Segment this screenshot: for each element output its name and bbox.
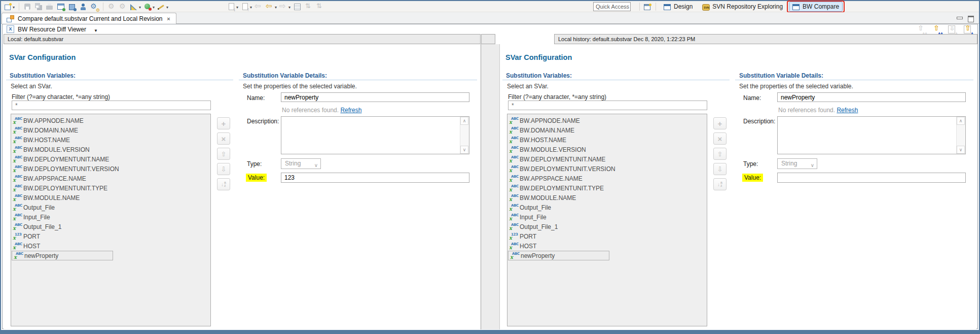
variable-item[interactable]: Output_File_1 [11, 222, 210, 231]
move-down-button[interactable] [713, 163, 727, 175]
viewer-dropdown-caret-icon[interactable] [94, 26, 98, 34]
variable-item[interactable]: Input_File [11, 212, 210, 222]
move-down-button[interactable] [217, 163, 230, 175]
back-icon[interactable] [266, 2, 277, 11]
perspective-svn-button[interactable]: SVN Repository Exploring [699, 2, 786, 12]
description-textarea[interactable] [777, 116, 966, 154]
bw-settings-icon[interactable] [90, 2, 99, 11]
dropdown-caret-icon[interactable] [250, 3, 252, 10]
variable-item[interactable]: BW.HOST.NAME [507, 135, 707, 145]
variable-item[interactable]: newProperty [508, 251, 609, 260]
print-icon[interactable] [46, 2, 54, 11]
variable-item[interactable]: BW.MODULE.NAME [11, 193, 210, 203]
dropdown-caret-icon[interactable] [236, 3, 238, 10]
bw-grid-icon[interactable] [57, 2, 65, 11]
delete-variable-button[interactable] [217, 132, 230, 145]
description-textarea[interactable] [281, 116, 469, 154]
variable-item[interactable]: PORT [507, 231, 707, 241]
variable-item[interactable]: BW.DEPLOYMENTUNIT.NAME [11, 154, 210, 164]
variable-item[interactable]: Output_File [507, 203, 707, 212]
delete-variable-button[interactable] [713, 132, 727, 145]
variable-item[interactable]: PORT [11, 231, 210, 241]
add-variable-button[interactable] [713, 117, 727, 129]
variable-item[interactable]: Input_File [507, 212, 707, 222]
tools-disabled-icon[interactable] [107, 2, 116, 11]
variable-item[interactable]: BW.DEPLOYMENTUNIT.NAME [507, 154, 707, 164]
open-perspective-button[interactable] [644, 2, 651, 11]
quick-access-input[interactable]: Quick Access [593, 2, 631, 11]
variable-item[interactable]: BW.MODULE.VERSION [507, 145, 707, 154]
variable-item[interactable]: HOST [11, 241, 210, 251]
variable-item[interactable]: BW.DEPLOYMENTUNIT.VERSION [507, 164, 707, 174]
scroll-up-icon[interactable] [957, 117, 965, 125]
scroll-down-icon[interactable] [460, 146, 468, 154]
run-icon[interactable] [143, 2, 155, 11]
previous-edit-location-icon[interactable] [315, 2, 324, 11]
variable-item[interactable]: BW.MODULE.VERSION [11, 145, 210, 154]
value-input[interactable] [281, 173, 469, 183]
scroll-up-icon[interactable] [460, 117, 468, 125]
editor-tab[interactable]: Compare default.substvar Current and Loc… [2, 13, 176, 24]
bw-module-icon[interactable] [68, 2, 77, 11]
last-edit-location-icon[interactable] [304, 2, 313, 11]
variable-item[interactable]: BW.DEPLOYMENTUNIT.VERSION [11, 164, 210, 174]
variable-item[interactable]: BW.APPSPACE.NAME [507, 174, 707, 183]
scroll-down-icon[interactable] [957, 146, 965, 154]
debug-pen-icon[interactable] [157, 2, 168, 11]
filter-input[interactable] [12, 101, 211, 110]
variable-item[interactable]: HOST [507, 241, 707, 251]
back-history-icon[interactable] [255, 2, 263, 11]
new-wizard-icon[interactable] [4, 2, 15, 11]
name-input[interactable] [777, 92, 966, 102]
minimize-icon[interactable] [957, 17, 963, 19]
maximize-icon[interactable] [968, 16, 974, 22]
variable-item[interactable]: Output_File [11, 203, 210, 212]
variable-item[interactable]: Output_File_1 [507, 222, 707, 231]
sort-variables-button[interactable]: az [713, 178, 727, 190]
pin-editor-icon[interactable] [293, 2, 302, 11]
perspective-bw-compare-button[interactable]: BW Compare [789, 2, 843, 12]
variable-item[interactable]: BW.DOMAIN.NAME [507, 125, 707, 135]
variable-item[interactable]: BW.APPNODE.NAME [11, 116, 210, 125]
forward-icon[interactable] [279, 2, 291, 11]
close-tab-icon[interactable] [165, 16, 171, 22]
design-ruler-icon[interactable] [130, 2, 141, 11]
type-select[interactable]: String [777, 158, 817, 169]
scrollbar[interactable] [460, 117, 469, 154]
refresh-link[interactable]: Refresh [340, 107, 361, 114]
variable-item[interactable]: BW.DEPLOYMENTUNIT.TYPE [11, 183, 210, 193]
filter-input[interactable] [508, 101, 707, 110]
refresh-link[interactable]: Refresh [837, 107, 858, 114]
copy-current-change-icon[interactable] [947, 25, 958, 34]
dropdown-caret-icon[interactable] [288, 3, 291, 10]
variable-item[interactable]: BW.DOMAIN.NAME [11, 125, 210, 135]
save-all-icon[interactable] [34, 2, 43, 11]
previous-annotation-icon[interactable] [241, 2, 252, 11]
variable-item[interactable]: newProperty [12, 251, 113, 260]
type-select[interactable]: String [281, 158, 321, 169]
previous-difference-icon[interactable] [962, 25, 973, 34]
name-input[interactable] [281, 92, 469, 102]
next-annotation-icon[interactable] [227, 2, 238, 11]
variable-item[interactable]: BW.HOST.NAME [11, 135, 210, 145]
next-difference-icon[interactable] [931, 25, 942, 34]
scrollbar[interactable] [956, 117, 965, 154]
variable-item[interactable]: BW.APPSPACE.NAME [11, 174, 210, 183]
move-up-button[interactable] [217, 148, 230, 160]
variable-item[interactable]: BW.APPNODE.NAME [507, 116, 707, 125]
dropdown-caret-icon[interactable] [139, 3, 141, 10]
add-variable-button[interactable] [217, 117, 230, 129]
save-icon[interactable] [23, 2, 32, 11]
move-up-button[interactable] [713, 148, 727, 160]
dropdown-caret-icon[interactable] [275, 3, 277, 10]
dropdown-caret-icon[interactable] [153, 3, 155, 10]
sort-variables-button[interactable]: az [217, 178, 230, 190]
copy-all-changes-icon[interactable] [915, 25, 926, 34]
dropdown-caret-icon[interactable] [166, 3, 168, 10]
config-disabled-icon[interactable] [119, 2, 127, 11]
dropdown-caret-icon[interactable] [13, 3, 15, 10]
perspective-design-button[interactable]: Design [660, 2, 696, 12]
variables-list[interactable]: BW.APPNODE.NAMEBW.DOMAIN.NAMEBW.HOST.NAM… [507, 114, 707, 326]
variable-item[interactable]: BW.MODULE.NAME [507, 193, 707, 203]
variable-item[interactable]: BW.DEPLOYMENTUNIT.TYPE [507, 183, 707, 193]
